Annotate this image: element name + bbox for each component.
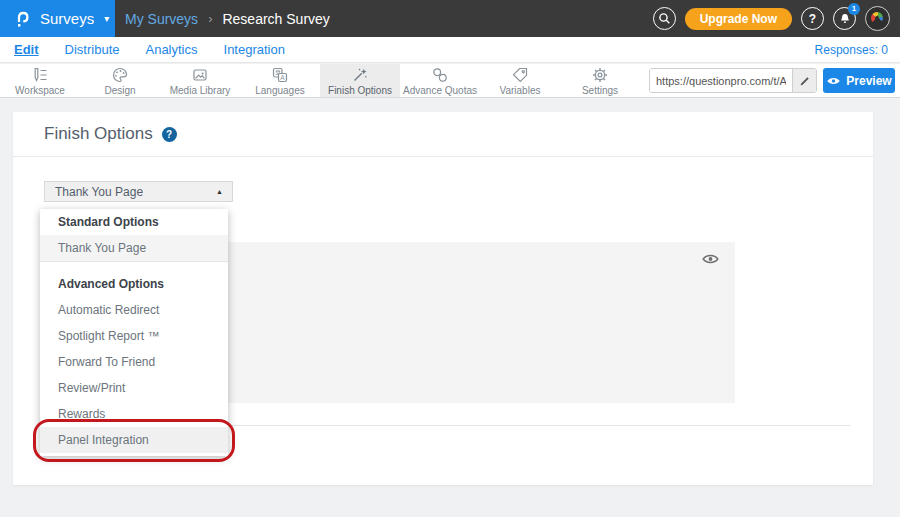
menu-item-rewards[interactable]: Rewards	[40, 401, 228, 427]
tab-distribute[interactable]: Distribute	[65, 42, 120, 57]
top-bar: Surveys ▾ My Surveys › Research Survey U…	[0, 0, 900, 37]
avatar[interactable]	[865, 6, 890, 31]
breadcrumb-my-surveys[interactable]: My Surveys	[125, 11, 198, 27]
settings-icon	[591, 66, 609, 84]
edit-url-button[interactable]	[792, 69, 816, 92]
breadcrumb-current-survey: Research Survey	[222, 11, 329, 27]
tab-edit[interactable]: Edit	[14, 42, 39, 57]
notification-count-badge: 1	[848, 3, 860, 15]
toolbar-item-label: Workspace	[15, 85, 65, 96]
svg-text:A: A	[280, 73, 285, 80]
tab-integration[interactable]: Integration	[224, 42, 285, 57]
toolbar-item-label: Media Library	[170, 85, 231, 96]
survey-url-input[interactable]	[650, 69, 792, 92]
toolbar-item-design[interactable]: Design	[80, 64, 160, 97]
upgrade-now-button[interactable]: Upgrade Now	[685, 8, 792, 30]
menu-item-panel-integration[interactable]: Panel Integration	[40, 427, 228, 453]
survey-url-group	[649, 68, 817, 93]
finish-options-icon	[351, 66, 369, 84]
finish-type-menu: Standard Options Thank You Page Advanced…	[40, 209, 228, 456]
menu-group-advanced-options: Advanced Options	[40, 271, 228, 297]
chevron-up-icon: ▲	[216, 188, 223, 195]
finish-type-dropdown[interactable]: Thank You Page ▲	[44, 181, 233, 202]
notifications[interactable]: 1	[833, 7, 856, 30]
responses-count[interactable]: Responses: 0	[815, 43, 888, 57]
advance-quotas-icon	[431, 66, 449, 84]
finish-options-help-icon[interactable]: ?	[162, 127, 177, 142]
toolbar-item-label: Settings	[582, 85, 618, 96]
toolbar-item-variables[interactable]: Variables	[480, 64, 560, 97]
help-icon[interactable]: ?	[801, 7, 824, 30]
avatar-gauge-center	[875, 16, 879, 20]
preview-button-label: Preview	[846, 74, 891, 88]
toolbar-item-finish-options[interactable]: Finish Options	[320, 64, 400, 97]
workspace-icon	[31, 66, 49, 84]
chevron-down-icon: ▾	[104, 13, 109, 24]
menu-item-review-print[interactable]: Review/Print	[40, 375, 228, 401]
toolbar-item-settings[interactable]: Settings	[560, 64, 640, 97]
menu-item-thank-you-page[interactable]: Thank You Page	[40, 235, 228, 262]
eye-icon	[826, 76, 841, 86]
toolbar-item-label: Advance Quotas	[403, 85, 477, 96]
design-icon	[111, 66, 129, 84]
toolbar-item-label: Design	[104, 85, 135, 96]
toolbar-right-group: Preview	[649, 64, 900, 97]
media-library-icon	[191, 66, 209, 84]
toolbar-item-label: Finish Options	[328, 85, 392, 96]
toolbar-item-advance-quotas[interactable]: Advance Quotas	[400, 64, 480, 97]
topbar-actions: Upgrade Now ? 1	[653, 6, 900, 31]
languages-icon: A	[271, 66, 289, 84]
card-header: Finish Options ?	[13, 112, 873, 157]
menu-item-spotlight-report[interactable]: Spotlight Report ™	[40, 323, 228, 349]
questionpro-logo-icon	[14, 9, 32, 28]
pencil-icon	[799, 75, 811, 87]
toolbar-item-workspace[interactable]: Workspace	[0, 64, 80, 97]
finish-type-selected-value: Thank You Page	[55, 185, 143, 199]
menu-item-forward-to-friend[interactable]: Forward To Friend	[40, 349, 228, 375]
section-nav: Edit Distribute Analytics Integration Re…	[0, 37, 900, 63]
breadcrumb: My Surveys › Research Survey	[125, 11, 330, 27]
page-title: Finish Options	[44, 124, 153, 144]
toolbar-item-label: Variables	[500, 85, 541, 96]
product-switcher[interactable]: Surveys ▾	[0, 0, 115, 37]
edit-toolbar: Workspace Design Media Library A Lan	[0, 64, 900, 98]
toolbar-item-label: Languages	[255, 85, 305, 96]
breadcrumb-separator: ›	[208, 11, 212, 26]
toolbar-item-languages[interactable]: A Languages	[240, 64, 320, 97]
variables-icon	[511, 66, 529, 84]
toolbar-item-media-library[interactable]: Media Library	[160, 64, 240, 97]
tab-analytics[interactable]: Analytics	[145, 42, 197, 57]
menu-group-standard-options: Standard Options	[40, 209, 228, 235]
product-label: Surveys	[40, 10, 94, 27]
menu-group-gap	[40, 262, 228, 271]
menu-item-automatic-redirect[interactable]: Automatic Redirect	[40, 297, 228, 323]
preview-button[interactable]: Preview	[823, 68, 895, 93]
search-icon[interactable]	[653, 7, 676, 30]
preview-eye-icon[interactable]	[702, 251, 719, 269]
